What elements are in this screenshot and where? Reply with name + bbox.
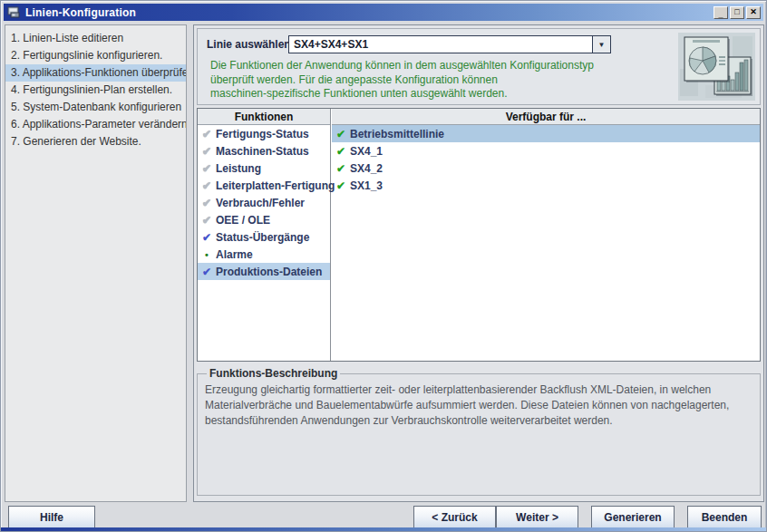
- function-description-title: Funktions-Beschreibung: [207, 367, 340, 380]
- close-button[interactable]: ✕: [746, 6, 761, 19]
- function-description-text: Erzeugung gleichartig formattierter zeit…: [205, 382, 749, 429]
- help-button[interactable]: Hilfe: [8, 506, 95, 529]
- line-select-panel: Linie auswählen: SX4+SX4+SX1 ▼ Die Funkt…: [197, 28, 761, 105]
- titlebar[interactable]: Linien-Konfiguration _ □ ✕: [4, 4, 763, 21]
- sidebar-item-fertigungslinien-plan[interactable]: 4. Fertigungslinien-Plan erstellen.: [5, 82, 186, 99]
- line-select-label: Linie auswählen:: [207, 38, 295, 51]
- check-icon: ✔: [332, 128, 350, 140]
- check-icon: ✔: [198, 266, 216, 278]
- minimize-button[interactable]: _: [714, 6, 728, 19]
- check-icon: ✔: [198, 162, 216, 175]
- chevron-down-icon[interactable]: ▼: [592, 36, 610, 53]
- window-title: Linien-Konfiguration: [25, 6, 136, 19]
- function-item[interactable]: ✔Maschinen-Status: [198, 142, 330, 160]
- functions-header: Funktionen: [198, 109, 330, 125]
- function-item[interactable]: ✔Verbrauch/Fehler: [198, 194, 330, 211]
- charts-graphic: [678, 33, 755, 101]
- check-icon: ✔: [198, 128, 216, 140]
- maximize-button[interactable]: □: [730, 6, 744, 19]
- function-item-selected[interactable]: ✔Produktions-Dateien: [198, 263, 330, 280]
- generate-button[interactable]: Generieren: [591, 506, 675, 529]
- check-icon: ✔: [198, 179, 216, 192]
- wizard-steps-panel: 1. Linien-Liste editieren 2. Fertigungsl…: [5, 24, 187, 502]
- check-icon: ✔: [198, 145, 216, 158]
- available-item[interactable]: ✔SX4_1: [332, 142, 760, 160]
- panel-description: Die Funktionen der Anwendung können in d…: [210, 59, 594, 102]
- functions-list-box: Funktionen ✔Fertigungs-Status ✔Maschinen…: [197, 108, 761, 362]
- sidebar-item-fertigungslinie[interactable]: 2. Fertigungslinie konfigurieren.: [5, 47, 186, 64]
- check-icon: ✔: [332, 162, 350, 175]
- back-button[interactable]: < Zurück: [413, 506, 496, 529]
- available-header: Verfügbar für ...: [332, 109, 760, 125]
- functions-column: Funktionen ✔Fertigungs-Status ✔Maschinen…: [198, 109, 331, 361]
- function-item[interactable]: ✔Leiterplatten-Fertigung: [198, 177, 330, 194]
- check-icon: ✔: [198, 197, 216, 209]
- window-bottom-edge: [1, 527, 766, 531]
- window-controls: _ □ ✕: [714, 6, 762, 19]
- function-item[interactable]: ✔Status-Übergänge: [198, 228, 330, 246]
- line-select-dropdown[interactable]: SX4+SX4+SX1 ▼: [288, 35, 611, 53]
- bullet-icon: •: [198, 249, 216, 260]
- sidebar-item-applikations-funktionen[interactable]: 3. Applikations-Funktionen überprüfen: [5, 64, 186, 82]
- function-item[interactable]: ✔Leistung: [198, 160, 330, 177]
- check-icon: ✔: [332, 179, 350, 192]
- available-column: Verfügbar für ... ✔Betriebsmittellinie ✔…: [332, 109, 760, 361]
- line-select-value: SX4+SX4+SX1: [289, 36, 592, 53]
- function-item[interactable]: ✔Fertigungs-Status: [198, 125, 330, 142]
- next-button[interactable]: Weiter >: [496, 506, 578, 529]
- quit-button[interactable]: Beenden: [687, 506, 762, 529]
- function-item[interactable]: ✔OEE / OLE: [198, 211, 330, 228]
- app-icon: [7, 5, 22, 19]
- window: Linien-Konfiguration _ □ ✕ 1. Linien-Lis…: [0, 0, 767, 532]
- available-item[interactable]: ✔SX4_2: [332, 160, 760, 177]
- check-icon: ✔: [198, 214, 216, 227]
- available-item[interactable]: ✔SX1_3: [332, 177, 760, 194]
- content-panel: Linie auswählen: SX4+SX4+SX1 ▼ Die Funkt…: [193, 24, 764, 502]
- available-item-selected[interactable]: ✔Betriebsmittellinie: [332, 125, 760, 142]
- check-icon: ✔: [332, 145, 350, 158]
- sidebar-item-applikations-parameter[interactable]: 6. Applikations-Parameter verändern: [5, 116, 186, 133]
- sidebar-item-system-datenbank[interactable]: 5. System-Datenbank konfigurieren: [5, 99, 186, 116]
- function-item[interactable]: •Alarme: [198, 246, 330, 263]
- sidebar-item-generieren-website[interactable]: 7. Generieren der Website.: [5, 133, 186, 150]
- sidebar-item-linien-liste[interactable]: 1. Linien-Liste editieren: [5, 30, 186, 47]
- check-icon: ✔: [198, 231, 216, 244]
- function-description-box: Funktions-Beschreibung Erzeugung gleicha…: [197, 367, 761, 496]
